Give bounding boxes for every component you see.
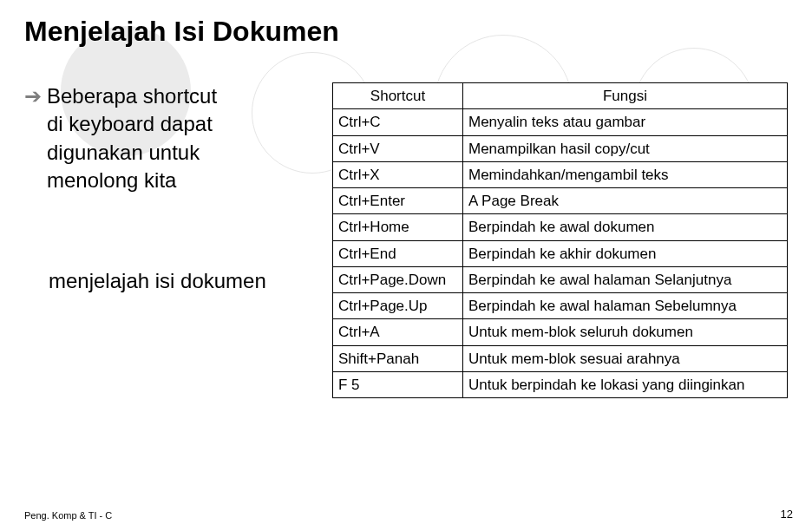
cell-fungsi: A Page Break [463, 188, 788, 214]
cell-fungsi: Berpindah ke awal halaman Sebelumnya [463, 293, 788, 319]
table-header-row: Shortcut Fungsi [333, 83, 788, 109]
cell-shortcut: Ctrl+C [333, 109, 463, 135]
bullet-overflow-text: menjelajah isi dokumen [49, 269, 266, 293]
table-row: Ctrl+EndBerpindah ke akhir dokumen [333, 240, 788, 266]
cell-shortcut: Ctrl+X [333, 161, 463, 187]
col-header-fungsi: Fungsi [463, 83, 788, 109]
table-row: Ctrl+AUntuk mem-blok seluruh dokumen [333, 319, 788, 345]
cell-shortcut: Ctrl+Page.Down [333, 266, 463, 292]
cell-shortcut: Ctrl+V [333, 135, 463, 161]
table-row: Shift+PanahUntuk mem-blok sesuai arahnya [333, 345, 788, 371]
bullet-item: ➔ Beberapa shortcut di keyboard dapat di… [24, 82, 325, 195]
cell-shortcut: Ctrl+End [333, 240, 463, 266]
bullet-text: Beberapa shortcut di keyboard dapat digu… [47, 82, 217, 195]
shortcut-table: Shortcut Fungsi Ctrl+CMenyalin teks atau… [332, 82, 788, 398]
cell-fungsi: Memindahkan/mengambil teks [463, 161, 788, 187]
table-row: Ctrl+CMenyalin teks atau gambar [333, 109, 788, 135]
cell-fungsi: Menyalin teks atau gambar [463, 109, 788, 135]
table-row: Ctrl+Page.DownBerpindah ke awal halaman … [333, 266, 788, 292]
cell-fungsi: Untuk berpindah ke lokasi yang diinginka… [463, 371, 788, 397]
arrow-icon: ➔ [24, 82, 42, 195]
cell-fungsi: Menampilkan hasil copy/cut [463, 135, 788, 161]
col-header-shortcut: Shortcut [333, 83, 463, 109]
cell-fungsi: Untuk mem-blok sesuai arahnya [463, 345, 788, 371]
cell-fungsi: Untuk mem-blok seluruh dokumen [463, 319, 788, 345]
table-row: Ctrl+VMenampilkan hasil copy/cut [333, 135, 788, 161]
page-title: Menjelajah Isi Dokumen [24, 16, 788, 48]
table-row: F 5Untuk berpindah ke lokasi yang diingi… [333, 371, 788, 397]
cell-shortcut: Ctrl+A [333, 319, 463, 345]
page-number: 12 [781, 508, 793, 521]
cell-fungsi: Berpindah ke akhir dokumen [463, 240, 788, 266]
cell-shortcut: Ctrl+Enter [333, 188, 463, 214]
cell-shortcut: F 5 [333, 371, 463, 397]
table-row: Ctrl+EnterA Page Break [333, 188, 788, 214]
cell-shortcut: Ctrl+Home [333, 214, 463, 240]
cell-shortcut: Shift+Panah [333, 345, 463, 371]
cell-shortcut: Ctrl+Page.Up [333, 293, 463, 319]
table-row: Ctrl+XMemindahkan/mengambil teks [333, 161, 788, 187]
table-row: Ctrl+HomeBerpindah ke awal dokumen [333, 214, 788, 240]
table-row: Ctrl+Page.UpBerpindah ke awal halaman Se… [333, 293, 788, 319]
cell-fungsi: Berpindah ke awal halaman Selanjutnya [463, 266, 788, 292]
cell-fungsi: Berpindah ke awal dokumen [463, 214, 788, 240]
footer-left: Peng. Komp & TI - C [24, 510, 112, 521]
